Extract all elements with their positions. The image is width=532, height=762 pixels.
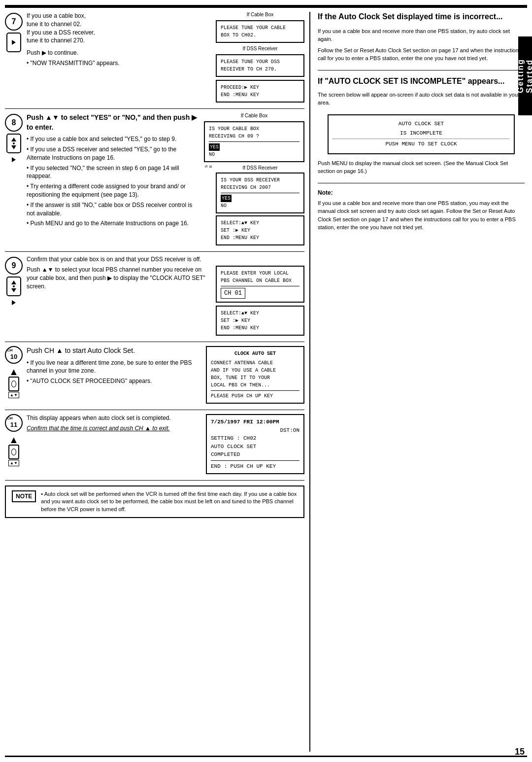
step-10-content: Push CH ▲ to start Auto Clock Set. • If … (27, 346, 304, 404)
divider-10-11 (5, 410, 304, 410)
cable-box-label-8: If Cable Box (204, 113, 304, 118)
incomplete-title: If "AUTO CLOCK SET IS INCOMPLETE" appear… (318, 76, 525, 87)
step-7-text: If you use a cable box, tune it to chann… (27, 12, 211, 69)
incomplete-screen: AUTO CLOCK SET IS INCOMPLETE PUSH MENU T… (328, 114, 515, 154)
left-column: 7 If you use a cable box, tune it t (5, 12, 310, 752)
dss-label-7: If DSS Receiver (216, 46, 304, 51)
bottom-border (5, 756, 527, 757)
note-label: NOTE (12, 490, 36, 502)
page-number: 15 (515, 747, 525, 757)
right-divider-2 (318, 183, 525, 183)
step-9-section: 9 Confirm that your cable box is on and … (5, 256, 304, 336)
step-11-text: This display appears when auto clock set… (27, 414, 201, 435)
divider-7-8 (5, 108, 304, 109)
step-7-section: 7 If you use a cable box, tune it t (5, 12, 304, 103)
step-9-confirm: Confirm that your cable box is on and th… (27, 256, 304, 263)
note-text: • Auto clock set will be performed when … (41, 490, 298, 513)
incomplete-body: The screen below will appear on-screen i… (318, 91, 525, 107)
step-11-number: CH 11 (5, 414, 23, 432)
page-container: 7 If you use a cable box, tune it t (0, 0, 532, 762)
cable-screen-8: IS YOUR CABLE BOX RECEIVING CH 09 ? YES … (204, 121, 304, 162)
step-8-section: 8 Push ▲▼ to select "YES" or "NO," and t… (5, 113, 304, 245)
dss-label-8: If DSS Receiver (216, 165, 304, 171)
se-label-8: SE (204, 165, 213, 168)
bottom-divider-left (5, 480, 304, 481)
step-11-section: CH 11 ▲ ▲▼ This display appears wh (5, 414, 304, 474)
proceed-screen-7: PROCEED:▶ KEY END :MENU KEY (216, 80, 304, 103)
getting-started-tab: Getting Started (518, 36, 532, 115)
step-7-remote (6, 33, 21, 52)
right-divider (318, 70, 525, 70)
step-11-content: This display appears when auto clock set… (27, 414, 304, 474)
auto-clock-set-title: If the Auto Clock Set displayed time is … (318, 12, 525, 22)
cable-screen-7: PLEASE TUNE YOUR CABLE BOX TO CH02. (216, 20, 304, 43)
completed-screen-11: 7/25/1997 FRI 12:00PM DST:ON SETTING : C… (206, 414, 304, 474)
dss-screen-7: PLEASE TUNE YOUR DSS RECEIVER TO CH 270. (216, 54, 304, 77)
step-8-remote (6, 134, 21, 153)
bottom-note: NOTE • Auto clock set will be performed … (5, 485, 304, 518)
step-10-number: CH 10 (5, 346, 23, 364)
step-10-text: Push CH ▲ to start Auto Clock Set. • If … (27, 346, 201, 387)
step-9-number: 9 (5, 257, 23, 275)
step-9-remote (6, 277, 21, 296)
main-content: 7 If you use a cable box, tune it t (5, 12, 527, 752)
cable-screen-9: PLEASE ENTER YOUR LOCAL PBS CHANNEL ON C… (216, 266, 304, 303)
step-9-text: Push ▲▼ to select your local PBS channel… (27, 266, 211, 290)
divider-8-9 (5, 251, 304, 252)
step-8-content: Push ▲▼ to select "YES" or "NO," and the… (27, 113, 304, 245)
right-column: If the Auto Clock Set displayed time is … (310, 12, 527, 752)
dss-screen-8: IS YOUR DSS RECEIVER RECEIVING CH 2007 Y… (216, 173, 304, 213)
step-8-text: Push ▲▼ to select "YES" or "NO," and the… (27, 113, 199, 230)
select-screen-9: SELECT:▲▼ KEY SET :▶ KEY END :MENU KEY (216, 306, 304, 336)
step-10-section: CH 10 ▲ ▲▼ Push CH ▲ to start Auto (5, 346, 304, 404)
cable-box-label-7: If Cable Box (216, 12, 304, 17)
step-8-number: 8 (5, 114, 23, 132)
clock-auto-set-screen-10: CLOCK AUTO SET CONNECT ANTENNA CABLE AND… (206, 346, 304, 404)
note-label-right: Note: (318, 189, 333, 196)
top-border (5, 5, 527, 8)
note-body-right: If you use a cable box and receive more … (318, 199, 525, 232)
push-menu-text: Push MENU to display the manual clock se… (318, 159, 525, 175)
select-screen-8: SELECT:▲▼ KEY SET :▶ KEY END :MENU KEY (216, 215, 304, 245)
step-9-content: Confirm that your cable box is on and th… (27, 256, 304, 336)
auto-clock-set-body: If you use a cable box and receive more … (318, 27, 525, 63)
step-7-content: If you use a cable box, tune it to chann… (27, 12, 304, 103)
step-7-number: 7 (5, 13, 23, 31)
divider-9-10 (5, 342, 304, 342)
